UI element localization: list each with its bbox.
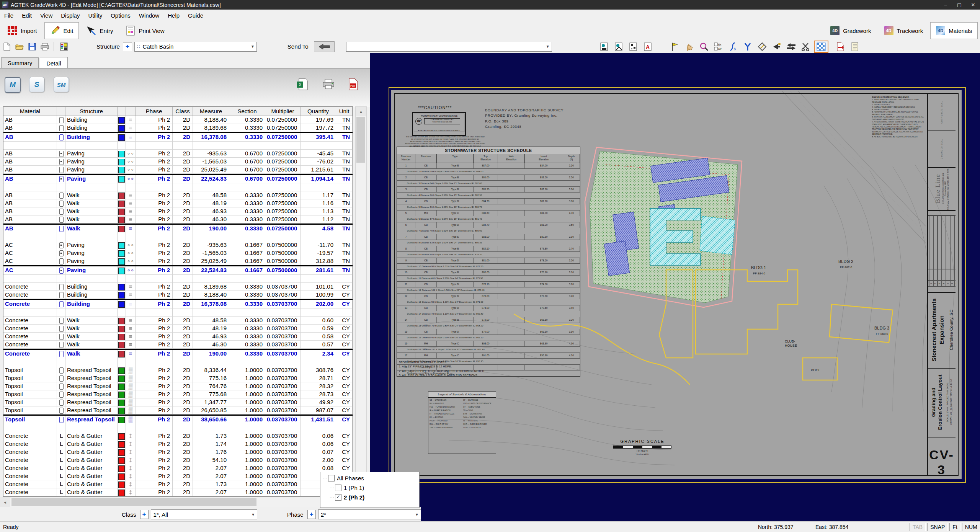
table-row[interactable] (3, 142, 353, 150)
table-row[interactable]: TopsoilRespread Topsoil▒Ph 22D775.681.00… (3, 390, 353, 398)
import-button[interactable]: Import (2, 22, 43, 39)
table-row[interactable]: ABWalk≡Ph 22D48.580.33300.072500001.17TN (3, 191, 353, 199)
edit-mode-button[interactable]: Edit (44, 22, 79, 39)
table-vertical-scrollbar[interactable]: ▲ ▼ (355, 106, 367, 498)
column-header-blank-3[interactable] (118, 107, 126, 116)
close-button[interactable]: ✕ (966, 0, 980, 10)
column-header-blank-1[interactable] (57, 107, 65, 116)
table-row[interactable]: ConcreteLCurb & Gutter‡Ph 22D1.741.00000… (3, 440, 353, 448)
add-structure-button[interactable]: + (123, 42, 132, 51)
table-row[interactable]: TopsoilRespread Topsoil▒Ph 22D1,347.771.… (3, 398, 353, 406)
print-button[interactable] (39, 42, 51, 52)
table-row[interactable]: ABBuilding≡Ph 22D8,189.680.33300.0725000… (3, 124, 353, 132)
vertical-scroll-thumb[interactable] (356, 117, 365, 163)
materials-button[interactable]: 4D Materials (930, 22, 978, 39)
ex-dir-toggle-button[interactable]: ExDir (712, 41, 725, 52)
maximize-button[interactable]: ▢ (952, 0, 966, 10)
send-target-select[interactable]: ▼ (346, 42, 552, 52)
add-class-button[interactable]: + (140, 510, 149, 519)
view-data-page-button[interactable] (627, 41, 640, 52)
column-header-multiplier[interactable]: Multiplier (265, 107, 301, 116)
table-row[interactable]: ABPaving∘∘Ph 22D-935.630.67000.07250000-… (3, 150, 353, 158)
table-row[interactable]: ConcreteWalk≡Ph 22D190.000.33300.0370370… (3, 349, 353, 358)
table-row[interactable]: ABPaving∘∘Ph 22D22,524.830.67000.0725000… (3, 174, 353, 183)
table-row[interactable] (3, 424, 353, 432)
table-row[interactable]: TopsoilRespread Topsoil▒Ph 22D775.161.00… (3, 374, 353, 382)
phase-select[interactable]: 2* ▼ (318, 509, 421, 519)
phase-popup-item[interactable]: ···All Phases (320, 473, 419, 483)
table-row[interactable]: ConcreteWalk≡Ph 22D48.580.33300.03703700… (3, 317, 353, 325)
table-row[interactable]: ACPaving∘∘Ph 22D-1,565.030.16670.0750000… (3, 249, 353, 257)
table-row[interactable] (3, 358, 353, 366)
table-row[interactable]: ConcreteBuilding≡Ph 22D8,188.400.33300.0… (3, 291, 353, 299)
view-text-page-button[interactable]: A (642, 41, 655, 52)
menu-guide[interactable]: Guide (184, 10, 207, 21)
column-header-section[interactable]: Section (229, 107, 265, 116)
table-row[interactable]: TopsoilRespread Topsoil▒Ph 22D8,336.441.… (3, 366, 353, 374)
table-row[interactable]: ConcreteLCurb & Gutter‡Ph 22D2.071.00000… (3, 464, 353, 472)
table-row[interactable]: ConcreteLCurb & Gutter‡Ph 22D54.101.0000… (3, 456, 353, 464)
zoom-tool-button[interactable] (697, 41, 710, 52)
table-row[interactable]: TopsoilRespread Topsoil▒Ph 22D38,650.661… (3, 415, 353, 424)
table-row[interactable]: TopsoilRespread Topsoil▒Ph 22D764.761.00… (3, 382, 353, 390)
export-pdf-button[interactable] (834, 41, 847, 52)
table-row[interactable]: ConcreteLCurb & Gutter‡Ph 22D1.731.00000… (3, 432, 353, 440)
swap-tool-button[interactable] (785, 41, 798, 52)
structure-select[interactable]: ∷ Catch Basin ▼ (134, 42, 257, 52)
minimize-button[interactable]: – (939, 0, 952, 10)
menu-help[interactable]: Help (163, 10, 184, 21)
column-header-blank-4[interactable] (126, 107, 136, 116)
cost-curve-tool-button[interactable]: $ (727, 41, 740, 52)
column-header-quantity[interactable]: Quantity (301, 107, 336, 116)
class-select[interactable]: 1*, All ▼ (151, 509, 257, 519)
table-row[interactable]: ConcreteBuilding≡Ph 22D16,378.080.33300.… (3, 299, 353, 308)
structure-material-view-button[interactable]: SM (54, 77, 69, 92)
table-row[interactable]: ConcreteLCurb & Gutter‡Ph 22D1.761.00000… (3, 448, 353, 456)
export-spreadsheet-button[interactable]: X (295, 77, 310, 91)
save-button[interactable] (26, 42, 38, 52)
checkbox-icon[interactable] (328, 475, 335, 481)
horizontal-scroll-thumb[interactable] (11, 498, 256, 506)
table-row[interactable]: TopsoilRespread Topsoil▒Ph 22D26,650.851… (3, 406, 353, 415)
phase-popup-item[interactable]: ···1 (Ph 1) (320, 483, 419, 493)
add-phase-button[interactable]: + (307, 510, 316, 519)
checkbox-icon[interactable] (335, 485, 341, 491)
export-pdf-report-button[interactable]: PDF (345, 77, 361, 91)
table-row[interactable]: ACPaving∘∘Ph 22D25,025.490.16670.0750000… (3, 257, 353, 265)
column-header-phase[interactable]: Phase (136, 107, 173, 116)
print-report-button[interactable] (321, 77, 336, 91)
entry-mode-button[interactable]: Entry (80, 22, 119, 39)
structure-view-button[interactable]: S (29, 77, 44, 92)
table-row[interactable]: ABWalk≡Ph 22D46.300.33300.072500001.12TN (3, 215, 353, 224)
table-row[interactable]: ConcreteBuilding≡Ph 22D8,189.680.33300.0… (3, 283, 353, 291)
tab-summary[interactable]: Summary (1, 57, 39, 68)
table-row[interactable]: ABWalk≡Ph 22D190.000.33300.072500004.58T… (3, 224, 353, 233)
trim-tool-button[interactable] (799, 41, 812, 52)
column-header-material[interactable]: Material (3, 107, 57, 116)
plan-view-canvas[interactable]: BLDG 1 FF 884.0 BLDG 2 FF 882.0 BLDG 3 F… (370, 53, 980, 521)
menu-file[interactable]: File (0, 10, 18, 21)
column-header-unit[interactable]: Unit (336, 107, 353, 116)
send-to-button[interactable] (314, 41, 335, 52)
material-view-button[interactable]: M (5, 77, 21, 93)
phase-popup-item[interactable]: ···✓2 (Ph 2) (320, 493, 419, 502)
table-row[interactable]: ConcreteLCurb & Gutter‡Ph 22D2.071.00000… (3, 488, 353, 496)
status-toggle-num[interactable]: NUM (962, 523, 980, 531)
branch-tool-button[interactable] (741, 41, 754, 52)
table-row[interactable]: ABPaving∘∘Ph 22D25,025.490.67000.0725000… (3, 166, 353, 174)
table-row[interactable] (3, 275, 353, 283)
view-profile-page-button[interactable] (612, 41, 626, 52)
gradework-button[interactable]: 4D Gradework (825, 22, 877, 39)
column-header-measure[interactable]: Measure (193, 107, 229, 116)
table-row[interactable] (3, 183, 353, 191)
table-row[interactable]: ABWalk≡Ph 22D46.930.33300.072500001.13TN (3, 207, 353, 215)
column-header-structure[interactable]: Structure (65, 107, 118, 116)
view-plan-page-button[interactable] (598, 41, 611, 52)
table-row[interactable]: ABBuilding≡Ph 22D8,188.400.33300.0725000… (3, 116, 353, 124)
table-row[interactable]: ACPaving∘∘Ph 22D-935.630.16670.07500000-… (3, 241, 353, 249)
table-row[interactable]: ABBuilding≡Ph 22D16,378.080.33300.072500… (3, 132, 353, 142)
scroll-up-icon[interactable]: ▲ (356, 107, 366, 116)
table-row[interactable]: ConcreteWalk≡Ph 22D46.300.33300.03703700… (3, 341, 353, 349)
table-row[interactable]: ConcreteWalk≡Ph 22D48.190.33300.03703700… (3, 325, 353, 333)
checkbox-icon[interactable]: ✓ (335, 494, 341, 501)
